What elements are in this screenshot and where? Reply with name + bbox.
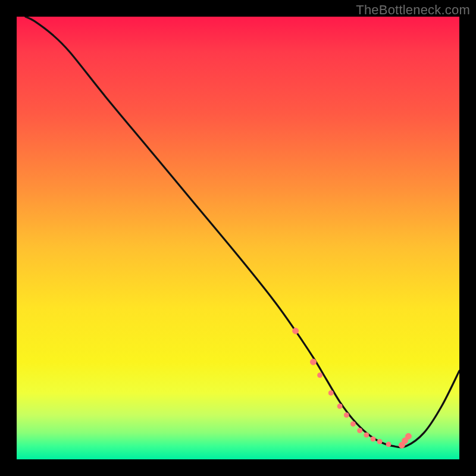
valley-dot bbox=[337, 404, 342, 409]
valley-dot bbox=[311, 359, 317, 365]
chart-frame: TheBottleneck.com bbox=[0, 0, 476, 476]
valley-dot bbox=[405, 433, 411, 439]
valley-dot bbox=[364, 433, 369, 437]
valley-dot bbox=[350, 422, 355, 427]
valley-dot bbox=[386, 442, 391, 447]
valley-dot bbox=[293, 328, 299, 334]
plot-area bbox=[17, 17, 459, 459]
valley-dot bbox=[344, 413, 349, 418]
valley-dot bbox=[377, 439, 382, 444]
valley-dot bbox=[358, 428, 362, 433]
valley-dot bbox=[318, 373, 322, 378]
chart-svg bbox=[17, 17, 459, 459]
valley-dot bbox=[371, 437, 375, 441]
valley-dot bbox=[328, 390, 333, 395]
curve-line bbox=[26, 17, 459, 447]
valley-dots bbox=[293, 328, 412, 448]
watermark-text: TheBottleneck.com bbox=[356, 2, 470, 18]
